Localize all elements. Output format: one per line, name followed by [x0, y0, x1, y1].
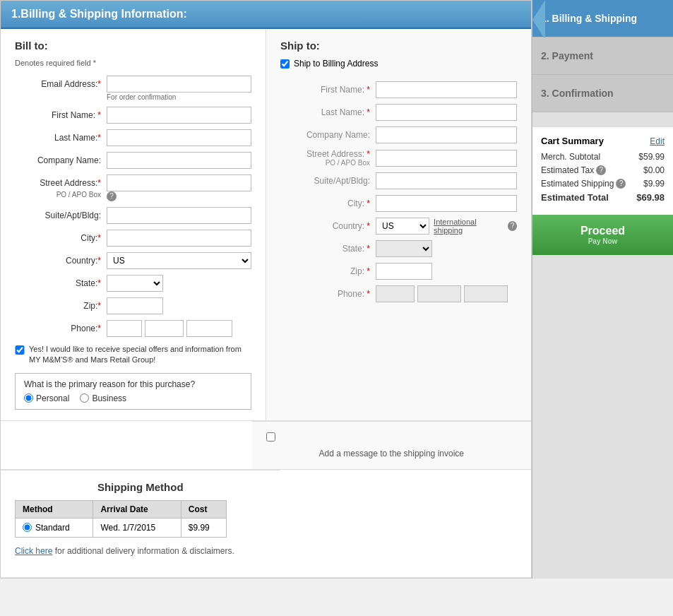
last-name-label: Last Name:* — [15, 129, 107, 144]
offers-checkbox[interactable] — [15, 345, 25, 355]
reason-business-option[interactable]: Business — [80, 393, 126, 403]
ship-last-name-input[interactable] — [376, 104, 517, 121]
intl-help-icon[interactable]: ? — [508, 221, 517, 231]
bill-title: Bill to: — [15, 40, 251, 52]
reason-personal-option[interactable]: Personal — [24, 393, 69, 403]
ship-phone-end[interactable] — [464, 285, 508, 302]
bill-country-select[interactable]: US — [107, 252, 251, 269]
step1-arrow-shadow — [532, 0, 545, 40]
standard-shipping-radio[interactable] — [23, 523, 32, 532]
cart-edit-link[interactable]: Edit — [650, 136, 665, 146]
intl-shipping-link[interactable]: International shipping — [434, 218, 504, 235]
purchase-reason-box: What is the primary reason for this purc… — [15, 373, 251, 410]
sidebar-step-billing[interactable]: 1. Billing & Shipping — [532, 0, 673, 37]
ship-po-apo: PO / APO Box — [280, 159, 370, 167]
ship-country-select[interactable]: US — [376, 218, 429, 235]
first-name-row: First Name: * — [15, 107, 251, 124]
bill-first-name-input[interactable] — [107, 107, 251, 124]
ship-phone-area[interactable] — [376, 285, 415, 302]
sidebar-step-confirmation[interactable]: 3. Confirmation — [532, 75, 673, 112]
phone-row: Phone:* — [15, 320, 251, 337]
cart-summary-container: Cart Summary Edit Merch. Subtotal $59.99… — [532, 126, 673, 255]
bill-zip-input[interactable] — [107, 297, 163, 314]
suite-row: Suite/Apt/Bldg: — [15, 207, 251, 224]
ship-to-billing-checkbox[interactable] — [280, 59, 290, 69]
ship-suite-input[interactable] — [376, 172, 517, 189]
ship-suite-label: Suite/Apt/Bldg: — [280, 176, 376, 186]
sidebar-step3-label: 3. Confirmation — [541, 88, 614, 99]
message-checkbox[interactable] — [266, 432, 275, 442]
reason-personal-radio[interactable] — [24, 393, 33, 403]
offers-checkbox-row: Yes! I would like to receive special off… — [15, 344, 251, 366]
page-title: 1.Billing & Shipping Information: — [11, 8, 187, 20]
ship-country-row: Country: * US International shipping ? — [280, 218, 517, 235]
ship-company-label: Company Name: — [280, 130, 376, 140]
cart-subtotal-row: Merch. Subtotal $59.99 — [541, 152, 665, 162]
ship-company-input[interactable] — [376, 126, 517, 143]
shipping-help-icon[interactable]: ? — [616, 179, 626, 189]
ship-street-row: Street Address: * PO / APO Box — [280, 149, 517, 167]
ship-company-row: Company Name: — [280, 126, 517, 143]
shipping-method-container: Shipping Method Method Arrival Date Cost — [1, 470, 531, 578]
ship-to-billing-label: Ship to Billing Address — [294, 59, 378, 69]
col-arrival: Arrival Date — [93, 500, 181, 518]
bill-company-input[interactable] — [107, 152, 251, 169]
bill-phone-mid[interactable] — [145, 320, 184, 337]
email-input[interactable] — [107, 76, 251, 93]
ship-city-input[interactable] — [376, 195, 517, 212]
suite-label: Suite/Apt/Bldg: — [15, 207, 107, 222]
bill-phone-end[interactable] — [186, 320, 232, 337]
bill-phone-area[interactable] — [107, 320, 142, 337]
country-row: Country:* US — [15, 252, 251, 269]
email-sublabel: For order confirmation — [107, 93, 251, 101]
proceed-button[interactable]: Proceed Pay Now — [532, 215, 673, 255]
empty-left — [1, 421, 252, 469]
ship-state-row: State: * — [280, 240, 517, 257]
col-method: Method — [16, 500, 93, 518]
ship-zip-input[interactable] — [376, 263, 432, 280]
sidebar-step-payment[interactable]: 2. Payment — [532, 37, 673, 75]
message-area: Add a message to the shipping invoice — [252, 421, 532, 469]
first-name-label: First Name: * — [15, 107, 107, 122]
delivery-link[interactable]: Click here — [15, 546, 52, 556]
ship-title: Ship to: — [280, 40, 517, 52]
purchase-reason-title: What is the primary reason for this purc… — [24, 379, 242, 389]
bill-city-input[interactable] — [107, 230, 251, 247]
last-name-row: Last Name:* — [15, 129, 251, 146]
ship-state-select[interactable] — [376, 240, 432, 257]
bill-section: Bill to: Denotes required field * Email … — [1, 29, 266, 420]
ship-street-input[interactable] — [376, 150, 517, 167]
company-name-label: Company Name: — [15, 152, 107, 167]
city-row: City:* — [15, 230, 251, 247]
ship-first-name-input[interactable] — [376, 81, 517, 98]
email-label: Email Address:* — [15, 76, 107, 90]
bill-street-input[interactable] — [107, 174, 251, 191]
ship-last-name-row: Last Name: * — [280, 104, 517, 121]
reason-business-radio[interactable] — [80, 393, 89, 403]
ship-section: Ship to: Ship to Billing Address First N… — [266, 29, 531, 420]
proceed-label: Proceed — [542, 225, 663, 237]
required-note: Denotes required field * — [15, 59, 251, 67]
sidebar: 1. Billing & Shipping 2. Payment 3. Conf… — [532, 0, 673, 579]
email-row: Email Address:* For order confirmation — [15, 76, 251, 101]
ship-city-row: City: * — [280, 195, 517, 212]
company-name-row: Company Name: — [15, 152, 251, 169]
street-address-row: Street Address:* PO / APO Box ? — [15, 174, 251, 201]
cart-shipping-row: Estimated Shipping ? $9.99 — [541, 179, 665, 189]
offers-label: Yes! I would like to receive special off… — [29, 344, 251, 366]
bill-state-select[interactable] — [107, 275, 163, 292]
cart-total-row: Estimated Total $69.98 — [541, 192, 665, 203]
ship-zip-row: Zip: * — [280, 263, 517, 280]
ship-phone-row: Phone: * — [280, 285, 517, 302]
zip-row: Zip:* — [15, 297, 251, 314]
empty-right — [280, 470, 532, 567]
bill-last-name-input[interactable] — [107, 129, 251, 146]
message-label: Add a message to the shipping invoice — [266, 449, 518, 458]
street-help-icon[interactable]: ? — [107, 191, 117, 201]
shipping-cost: $9.99 — [181, 518, 226, 537]
delivery-note: Click here for additional delivery infor… — [15, 546, 266, 556]
ship-phone-mid[interactable] — [417, 285, 461, 302]
col-cost: Cost — [181, 500, 226, 518]
bill-suite-input[interactable] — [107, 207, 251, 224]
tax-help-icon[interactable]: ? — [596, 165, 606, 175]
